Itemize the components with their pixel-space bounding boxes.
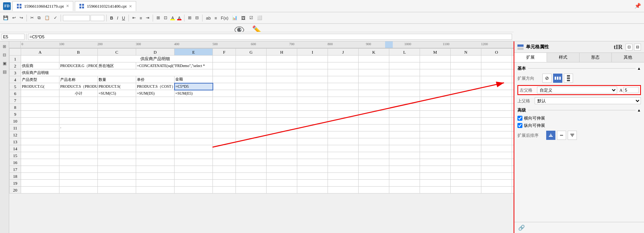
cell-O4[interactable] [481,76,512,83]
col-header-E[interactable]: E [175,49,213,56]
cell-C4[interactable]: 数量 [98,76,136,83]
col-header-K[interactable]: K [359,49,389,56]
bold-button[interactable]: B [109,15,115,21]
save-button[interactable]: 💾 [2,15,10,21]
align-right-button[interactable]: ⇥ [144,15,151,21]
cell-C5[interactable]: PRODUCT.S( [98,83,136,90]
copy-button[interactable]: ⧉ [36,15,42,21]
tab1-close[interactable]: ✕ [66,4,69,8]
col-header-I[interactable]: I [297,49,328,56]
cell-I4[interactable] [297,76,328,83]
cell-G1[interactable] [236,56,267,62]
cell-N5[interactable] [451,83,481,90]
tab-1[interactable]: 1596611060421179.cpt ✕ [12,1,73,11]
rp-icon-1[interactable] [517,44,524,47]
expand-dir-horizontal-btn[interactable] [553,74,562,83]
align-center-button[interactable]: ≡ [138,15,143,21]
cell-J5[interactable] [328,83,359,90]
col-header-D[interactable]: D [136,49,175,56]
left-icon-3[interactable]: ▣ [1,60,8,67]
cell-F4[interactable] [213,76,236,83]
cell-B4[interactable]: 产品名称 [59,76,98,83]
border-button[interactable]: ⊡ [162,15,169,21]
cell-D2[interactable]: =CONCATENATE(sql("FRDemo","select * [136,62,213,69]
tab2-close[interactable]: ✕ [129,4,132,8]
horizontal-stretch-checkbox[interactable] [517,116,522,121]
col-header-O[interactable]: O [481,49,512,56]
textbox-button[interactable]: ⬜ [255,15,264,21]
cell-G5[interactable] [236,83,267,90]
cell-ref-input[interactable] [2,34,25,40]
cell-M1[interactable] [420,56,451,62]
cell-L1[interactable] [389,56,420,62]
cell-E5[interactable]: =C5*D5 [175,83,213,90]
cell-A5[interactable]: PRODUCT.G( [21,83,59,90]
align-left-button[interactable]: ⇤ [131,15,137,21]
cell-D6[interactable]: =SUM(D5) [136,90,175,97]
left-icon-1[interactable]: ⊞ [1,43,8,50]
sort-none-btn[interactable] [557,131,566,140]
tab-form[interactable]: 形态 [580,53,612,62]
cell-L6[interactable] [389,90,420,97]
cell-H5[interactable] [267,83,297,90]
cell-L4[interactable] [389,76,420,83]
cell-C6[interactable]: =SUM(C5) [98,90,136,97]
undo-button[interactable]: ↩ [11,15,17,21]
cell-A3[interactable]: 供应商产品明细 [21,69,213,76]
cell-H1[interactable] [267,56,297,62]
cell-B2[interactable]: PRODUCER.G（PRODUCERNAME） [59,62,98,69]
cell-I6[interactable] [297,90,328,97]
italic-button[interactable]: I [115,15,120,21]
sort-desc-btn[interactable] [568,131,577,140]
cell-I5[interactable] [297,83,328,90]
cell-J4[interactable] [328,76,359,83]
font-name-input[interactable]: 宋体 [63,15,90,21]
advanced-collapse-icon[interactable]: ▲ [637,108,641,112]
a-value-input[interactable] [623,87,639,93]
cell-J1[interactable] [328,56,359,62]
cell-H2[interactable] [267,62,297,69]
cell-M3[interactable] [420,69,451,76]
cell-N4[interactable] [451,76,481,83]
basic-collapse-icon[interactable]: ▲ [637,66,641,71]
cell-D5[interactable]: PRODUCT.S（COST） [136,83,175,90]
pin-button[interactable]: 📌 [634,3,641,9]
font-size-input[interactable]: 9.0 [91,15,104,21]
cell-O1[interactable] [481,56,512,62]
check-button[interactable]: ✓ [52,15,59,21]
cell-K1[interactable] [359,56,389,62]
col-header-L[interactable]: L [389,49,420,56]
cell-F5[interactable] [213,83,236,90]
cell-B1[interactable] [59,56,98,62]
col-header-J[interactable]: J [328,49,359,56]
link-icon[interactable]: 🔗 [517,224,525,231]
cell-I1[interactable] [297,56,328,62]
cell-P1[interactable] [512,56,514,62]
col-header-N[interactable]: N [451,49,481,56]
cell-H4[interactable] [267,76,297,83]
cell-J3[interactable] [328,69,359,76]
ab-button[interactable]: ab [204,15,212,21]
cell-F6[interactable] [213,90,236,97]
cell-K3[interactable] [359,69,389,76]
redo-button[interactable]: ↪ [18,15,25,21]
cell-E6[interactable]: =SUM(E5) [175,90,213,97]
font-color-button[interactable]: A [176,15,182,21]
cell-J2[interactable] [328,62,359,69]
rp-collapse-icon[interactable]: ⊟ [634,44,641,51]
cell-F1[interactable] [213,56,236,62]
cell-O5[interactable] [481,83,512,90]
col-header-C[interactable]: C [98,49,136,56]
cell-A2[interactable]: 供应商 [21,62,59,69]
expand-dir-none-btn[interactable]: ⊘ [542,74,552,83]
cell-O3[interactable] [481,69,512,76]
cell-M6[interactable] [420,90,451,97]
left-icon-2[interactable]: ⊟ [1,51,8,58]
cell-B6[interactable]: 小计 [59,90,98,97]
cut-button[interactable]: ✂ [29,15,35,21]
left-parent-select[interactable]: 自定义 默认 [537,87,617,94]
cell-F2[interactable] [213,62,236,69]
tab-style[interactable]: 样式 [547,53,580,62]
cell-F3[interactable] [213,69,236,76]
cell-P6[interactable] [512,90,514,97]
